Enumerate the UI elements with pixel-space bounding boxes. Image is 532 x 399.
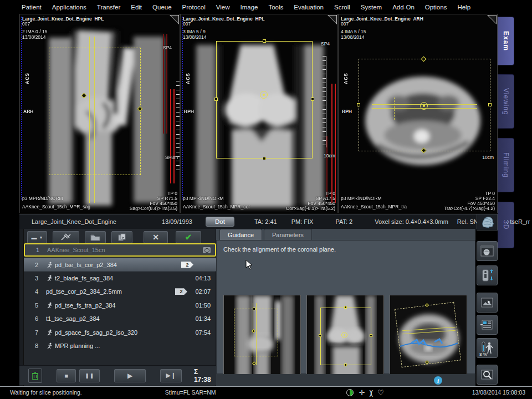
viewport-title: Large_Joint_Knee_Dot_Engine [341, 16, 411, 22]
menu-item[interactable]: Applications [52, 4, 86, 11]
trash-button[interactable] [28, 369, 42, 383]
patient-reposition-icon [480, 269, 494, 282]
plane-orientation: Tra>Cor(-4.7)>Sag(-4.2) [444, 206, 495, 211]
patient-view-button[interactable] [477, 241, 498, 261]
step-number: 4 [28, 288, 45, 295]
tab-exam[interactable]: Exam [498, 17, 514, 65]
menu-item[interactable]: Transfer [97, 4, 120, 11]
menu-item[interactable]: Scroll [334, 4, 350, 11]
table-position-button[interactable] [477, 265, 498, 285]
queue-row[interactable]: 4 pd_tse_cor_p2_384_2.5mm 2 02:07 [24, 285, 216, 298]
sequence-queue-panel: ▬▼ ✕ ✔ 1 [19, 229, 216, 386]
menu-item[interactable]: Patient [22, 4, 42, 11]
viewport-corner-fold[interactable] [487, 15, 497, 24]
sequence-name: MPR planning ... [55, 342, 100, 349]
check-icon: ✔ [185, 232, 192, 242]
menu-item[interactable]: Queue [152, 4, 172, 11]
tab-parameters[interactable]: Parameters [264, 229, 312, 240]
menu-item[interactable]: Help [457, 4, 470, 11]
dot-button[interactable]: Dot [206, 217, 234, 227]
handle-square[interactable] [311, 98, 314, 101]
coil-status-icon: )( [369, 388, 372, 397]
queue-row[interactable]: 2 pd_tse_fs_cor_p2_384 2 [24, 258, 222, 271]
viewport-corner-fold[interactable] [170, 15, 179, 24]
image-counter: 3 IMA 5 / 9 [183, 29, 206, 34]
slice-position-bar [331, 84, 332, 203]
thumbnail-sagittal[interactable] [223, 295, 301, 379]
menu-item[interactable]: Image [240, 4, 258, 11]
handle-square[interactable] [357, 103, 360, 106]
menu-item[interactable]: System [361, 4, 382, 11]
pm-mode: PM: FIX [291, 218, 314, 225]
queue-row[interactable]: 1 AAKnee_Scout_15cn [24, 243, 216, 257]
folder-icon [90, 234, 100, 241]
info-icon[interactable]: i [434, 376, 442, 385]
thumbnail-axial[interactable] [390, 295, 467, 379]
slice-line[interactable] [94, 37, 95, 203]
orientation-label: HPL [94, 16, 104, 22]
queue-row[interactable]: 6 t1_tse_sag_p2_384 01:34 [24, 312, 216, 325]
view-options-button[interactable]: ▬▼ [27, 231, 47, 243]
sar-monitor-button[interactable]: 8 % [477, 338, 498, 358]
series-description: AAKnee_Scout_15ch_MPR_cor [183, 204, 250, 209]
menu-item[interactable]: Tools [268, 4, 283, 11]
menu-item[interactable]: Add-On [392, 4, 415, 11]
image-export-icon [480, 297, 494, 308]
skip-button[interactable]: ▶❙ [160, 369, 182, 382]
handle-square[interactable] [263, 39, 266, 43]
sequence-name: t1_tse_sag_p2_384 [46, 315, 100, 322]
step-number: 3 [28, 275, 45, 282]
search-protocol-button[interactable] [477, 365, 498, 385]
inject-contrast-button[interactable] [53, 231, 79, 243]
rotation-center-handle[interactable] [260, 91, 268, 99]
queue-row[interactable]: 5 pd_tse_fs_tra_p2_384 01:50 [24, 299, 216, 312]
queue-row[interactable]: 7 pd_space_fs_sag_p2_iso_320 07:54 [24, 325, 216, 339]
cancel-button[interactable]: ✕ [144, 231, 168, 243]
image-date: 13/08/2014 [22, 34, 46, 40]
apply-button[interactable]: ✔ [176, 231, 201, 243]
tab-viewing[interactable]: Viewing [498, 74, 514, 129]
play-button[interactable]: ▶ [114, 369, 145, 382]
rotation-center-handle[interactable] [420, 102, 428, 110]
sar-percentage: 8 % [479, 352, 487, 357]
guidance-panel: Guidance Parameters Check the alignment … [216, 229, 475, 386]
menu-item[interactable]: Edit [131, 4, 142, 11]
sequence-duration: 01:50 [195, 302, 211, 309]
protocol-name: Large_Joint_Knee_Dot_Engine [32, 218, 116, 225]
menu-item[interactable]: Options [425, 4, 447, 11]
voxel-size: Voxel size: 0.4×0.4×3.0mm [375, 218, 448, 225]
sequence-duration: 01:34 [195, 315, 211, 322]
viewport-axial[interactable]: Large_Joint_Knee_Dot_Engine ARH 007 4 IM… [338, 14, 498, 213]
pause-button[interactable]: ❚❚ [79, 369, 100, 382]
thumbnail-coronal[interactable] [306, 295, 384, 379]
step-number: 1 [29, 247, 46, 253]
open-protocol-button[interactable] [85, 231, 106, 243]
viewport-sagittal[interactable]: Large_Joint_Knee_Dot_Engine HPL 007 2 IM… [19, 14, 180, 213]
slice-line[interactable] [89, 37, 90, 203]
image-counter: 2 IMA 0 / 15 [22, 29, 47, 34]
stop-button[interactable]: ■ [57, 369, 76, 382]
tab-3d[interactable]: 3D [498, 202, 514, 248]
queue-row[interactable]: 3 t2_blade_fs_sag_384 04:13 [24, 272, 216, 285]
copy-icon [118, 233, 126, 241]
stimulation-sar-status: Stimu=FL SAR=NM [165, 389, 216, 396]
handle-square[interactable] [488, 103, 492, 106]
viewport-corner-fold[interactable] [328, 15, 337, 24]
viewport-coronal[interactable]: Large_Joint_Knee_Dot_Engine HPL 007 3 IM… [180, 14, 338, 213]
mouse-cursor [245, 259, 253, 270]
queue-row[interactable]: 8 MPR planning ... [24, 339, 216, 352]
menu-item[interactable]: Evaluation [294, 4, 324, 11]
patient-orientation-button[interactable] [477, 214, 498, 231]
slice-group-box[interactable] [49, 48, 141, 175]
slice-group-box[interactable] [216, 41, 313, 158]
tab-filming[interactable]: Filming [498, 138, 514, 192]
menu-item[interactable]: Protocol [182, 4, 206, 11]
copy-step-button[interactable] [111, 231, 132, 243]
tab-guidance[interactable]: Guidance [219, 229, 262, 240]
guidance-body: Check the alignment of the coronal plane… [216, 240, 475, 374]
handle-square[interactable] [214, 98, 218, 101]
copy-image-button[interactable] [477, 293, 498, 313]
menu-item[interactable]: View [216, 4, 230, 11]
protocol-properties-button[interactable] [477, 315, 498, 335]
handle-square[interactable] [263, 157, 266, 160]
